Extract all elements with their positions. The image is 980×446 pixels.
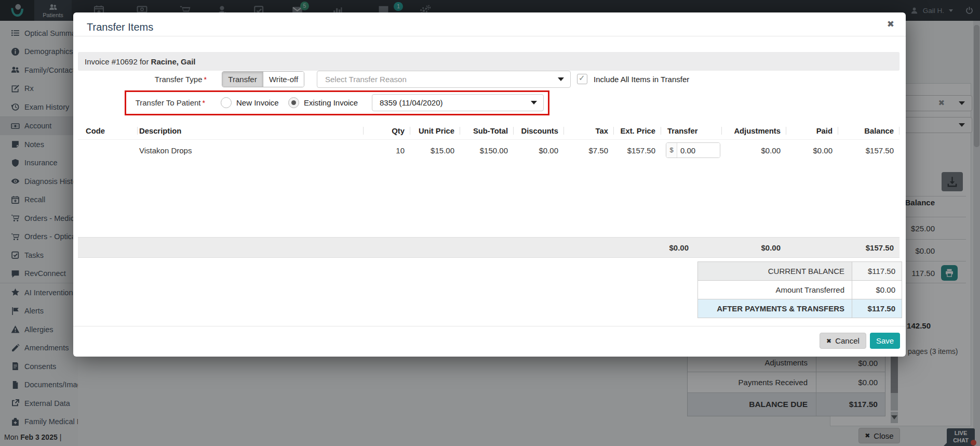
transfer-items-modal: Transfer Items ✖ Invoice #10692 for Raci… <box>73 12 906 357</box>
invoice-banner-text: Invoice #10692 for <box>85 57 149 66</box>
col-discounts: Discounts <box>514 122 564 140</box>
total-adjustments: $0.00 <box>722 238 786 258</box>
transfer-type-option-write-off[interactable]: Write-off <box>263 72 304 87</box>
cell-discounts: $0.00 <box>514 140 564 161</box>
after-payments-label: AFTER PAYMENTS & TRANSFERS <box>698 299 852 318</box>
cell-transfer: $ <box>661 140 722 161</box>
col-adjustments: Adjustments <box>722 122 786 140</box>
amount-transferred-value: $0.00 <box>852 281 902 299</box>
current-balance-row: CURRENT BALANCE $117.50 <box>698 262 902 280</box>
required-marker: * <box>204 75 207 84</box>
col-code: Code <box>78 122 138 140</box>
transfer-to-patient-row-highlighted: Transfer To Patient* New Invoice Existin… <box>125 90 549 115</box>
save-button[interactable]: Save <box>870 333 900 349</box>
caret-down-icon <box>531 101 537 104</box>
cancel-x-icon: ✖ <box>826 337 831 345</box>
app-canvas: Patients 51 Gail H. Optical Summary Demo… <box>0 0 980 446</box>
required-marker: * <box>203 99 205 107</box>
cancel-label: Cancel <box>835 336 860 345</box>
after-payments-row: AFTER PAYMENTS & TRANSFERS $117.50 <box>698 299 902 318</box>
modal-title: Transfer Items <box>87 21 153 33</box>
cell-paid: $0.00 <box>786 140 838 161</box>
transfer-type-toggle: Transfer Write-off <box>222 71 304 87</box>
transfer-amount-group: $ <box>666 142 720 158</box>
radio-existing-invoice[interactable] <box>288 97 299 108</box>
col-description: Description <box>138 122 364 140</box>
currency-prefix: $ <box>666 143 677 158</box>
after-payments-value: $117.50 <box>852 299 902 318</box>
cell-ext-price: $157.50 <box>614 140 661 161</box>
caret-down-icon <box>558 77 564 81</box>
balance-summary: CURRENT BALANCE $117.50 Amount Transferr… <box>697 261 902 318</box>
totals-row: $0.00 $0.00 $157.50 <box>78 238 900 258</box>
transfer-type-option-transfer[interactable]: Transfer <box>222 72 263 87</box>
invoice-patient-name: Racine, Gail <box>151 57 196 66</box>
new-invoice-label: New Invoice <box>236 92 279 114</box>
cell-sub-total: $150.00 <box>460 140 514 161</box>
col-tax: Tax <box>564 122 614 140</box>
divider <box>73 326 906 326</box>
divider <box>73 36 906 36</box>
col-qty: Qty <box>364 122 410 140</box>
item-row: Vistakon Drops 10 $15.00 $150.00 $0.00 $… <box>78 140 900 161</box>
check-icon: ✓ <box>579 73 585 83</box>
cell-balance: $157.50 <box>838 140 900 161</box>
cancel-button[interactable]: ✖ Cancel <box>820 333 866 349</box>
radio-new-invoice[interactable] <box>221 97 232 108</box>
transfer-type-label: Transfer Type <box>155 75 203 84</box>
col-balance: Balance <box>838 122 900 140</box>
amount-transferred-label: Amount Transferred <box>698 281 852 299</box>
col-unit-price: Unit Price <box>410 122 460 140</box>
cell-adjustments: $0.00 <box>722 140 786 161</box>
transfer-to-label: Transfer To Patient <box>136 98 201 107</box>
existing-invoice-value: 8359 (11/04/2020) <box>380 98 443 107</box>
total-transfer: $0.00 <box>661 238 722 258</box>
include-all-items-label: Include All Items in Transfer <box>594 71 689 88</box>
col-sub-total: Sub-Total <box>460 122 514 140</box>
col-paid: Paid <box>786 122 838 140</box>
cell-description: Vistakon Drops <box>138 140 364 161</box>
transfer-type-row: Transfer Type* Transfer Write-off Select… <box>78 71 900 88</box>
transfer-items-table: Code Description Qty Unit Price Sub-Tota… <box>78 122 900 258</box>
cell-code <box>78 140 138 161</box>
col-transfer: Transfer <box>661 122 722 140</box>
cell-qty: 10 <box>364 140 410 161</box>
transfer-reason-select[interactable]: Select Transfer Reason <box>317 71 571 88</box>
save-label: Save <box>876 336 894 345</box>
amount-transferred-row: Amount Transferred $0.00 <box>698 280 902 299</box>
existing-invoice-label: Existing Invoice <box>304 92 358 114</box>
include-all-items-checkbox[interactable]: ✓ <box>577 74 587 84</box>
transfer-amount-input[interactable] <box>677 143 720 158</box>
cell-tax: $7.50 <box>564 140 614 161</box>
empty-rows-area <box>78 161 900 238</box>
table-header-row: Code Description Qty Unit Price Sub-Tota… <box>78 122 900 140</box>
transfer-reason-placeholder: Select Transfer Reason <box>325 75 407 84</box>
current-balance-label: CURRENT BALANCE <box>698 262 852 280</box>
invoice-banner: Invoice #10692 for Racine, Gail <box>78 52 900 71</box>
current-balance-value: $117.50 <box>852 262 902 280</box>
existing-invoice-select[interactable]: 8359 (11/04/2020) <box>372 94 544 111</box>
modal-close-button[interactable]: ✖ <box>887 19 894 30</box>
cell-unit-price: $15.00 <box>410 140 460 161</box>
total-balance: $157.50 <box>838 238 900 258</box>
col-ext-price: Ext. Price <box>614 122 661 140</box>
